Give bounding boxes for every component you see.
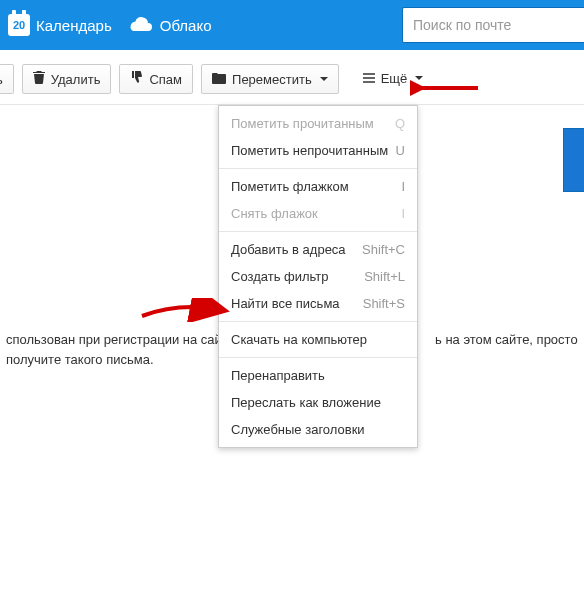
move-button[interactable]: Переместить	[201, 64, 339, 94]
menu-separator	[219, 168, 417, 169]
menu-forward-attach-label: Переслать как вложение	[231, 395, 381, 410]
move-label: Переместить	[232, 72, 312, 87]
calendar-label: Календарь	[36, 17, 112, 34]
menu-flag[interactable]: Пометить флажком I	[219, 173, 417, 200]
partial-button[interactable]: ь	[0, 64, 14, 94]
cloud-nav[interactable]: Облако	[128, 16, 212, 34]
more-dropdown: Пометить прочитанным Q Пометить непрочит…	[218, 105, 418, 448]
trash-icon	[33, 71, 45, 87]
menu-unflag-label: Снять флажок	[231, 206, 318, 221]
menu-mark-unread-key: U	[396, 143, 405, 158]
toolbar: ь Удалить Спам Переместить Ещё	[0, 50, 584, 105]
menu-create-filter[interactable]: Создать фильтр Shift+L	[219, 263, 417, 290]
search-input[interactable]	[411, 16, 576, 34]
menu-add-address-key: Shift+C	[362, 242, 405, 257]
annotation-arrow-download	[140, 298, 230, 322]
chevron-down-icon	[320, 77, 328, 81]
menu-mark-read-label: Пометить прочитанным	[231, 116, 374, 131]
menu-find-all-label: Найти все письма	[231, 296, 340, 311]
menu-separator	[219, 231, 417, 232]
thumbdown-icon	[130, 71, 143, 87]
more-label: Ещё	[381, 71, 408, 86]
menu-find-all-key: Shift+S	[363, 296, 405, 311]
body-text-fragment: спользован при регистрации на сайт	[6, 332, 228, 347]
menu-download-label: Скачать на компьютер	[231, 332, 367, 347]
menu-redirect-label: Перенаправить	[231, 368, 325, 383]
top-nav-bar: 20 Календарь Облако	[0, 0, 584, 50]
cloud-icon	[128, 16, 154, 34]
menu-separator	[219, 321, 417, 322]
menu-add-address-label: Добавить в адреса	[231, 242, 346, 257]
menu-download[interactable]: Скачать на компьютер	[219, 326, 417, 353]
menu-flag-key: I	[401, 179, 405, 194]
calendar-icon: 20	[8, 14, 30, 36]
spam-label: Спам	[149, 72, 182, 87]
menu-mark-unread[interactable]: Пометить непрочитанным U	[219, 137, 417, 164]
folder-icon	[212, 72, 226, 87]
menu-redirect[interactable]: Перенаправить	[219, 362, 417, 389]
menu-headers-label: Служебные заголовки	[231, 422, 365, 437]
list-icon	[363, 71, 375, 86]
delete-label: Удалить	[51, 72, 101, 87]
cloud-label: Облако	[160, 17, 212, 34]
chevron-down-icon	[415, 76, 423, 80]
menu-mark-read: Пометить прочитанным Q	[219, 110, 417, 137]
menu-add-address[interactable]: Добавить в адреса Shift+C	[219, 236, 417, 263]
more-button[interactable]: Ещё	[357, 64, 430, 92]
menu-create-filter-key: Shift+L	[364, 269, 405, 284]
menu-separator	[219, 357, 417, 358]
menu-unflag: Снять флажок I	[219, 200, 417, 227]
side-ad-block	[563, 128, 584, 192]
menu-flag-label: Пометить флажком	[231, 179, 349, 194]
spam-button[interactable]: Спам	[119, 64, 193, 94]
search-box[interactable]	[402, 7, 584, 43]
menu-headers[interactable]: Служебные заголовки	[219, 416, 417, 443]
delete-button[interactable]: Удалить	[22, 64, 112, 94]
menu-forward-attach[interactable]: Переслать как вложение	[219, 389, 417, 416]
menu-mark-read-key: Q	[395, 116, 405, 131]
menu-find-all[interactable]: Найти все письма Shift+S	[219, 290, 417, 317]
menu-unflag-key: I	[401, 206, 405, 221]
body-text-fragment: ь на этом сайте, просто	[435, 332, 578, 347]
body-text-fragment: получите такого письма.	[6, 352, 154, 367]
partial-button-label: ь	[0, 72, 3, 87]
menu-create-filter-label: Создать фильтр	[231, 269, 329, 284]
menu-mark-unread-label: Пометить непрочитанным	[231, 143, 388, 158]
calendar-nav[interactable]: 20 Календарь	[8, 14, 112, 36]
